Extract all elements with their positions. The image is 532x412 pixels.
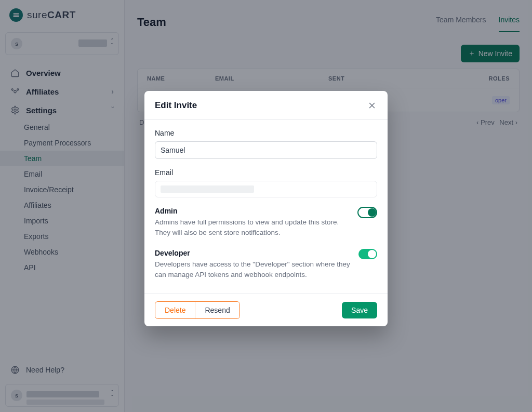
modal-overlay[interactable]: Edit Invite Name Email Admin Admins have… [0, 0, 532, 412]
edit-invite-modal: Edit Invite Name Email Admin Admins have… [144, 91, 388, 326]
name-input[interactable] [155, 141, 377, 159]
email-field: Email [155, 168, 377, 197]
modal-footer: Delete Resend Save [144, 294, 388, 326]
name-field: Name [155, 129, 377, 159]
developer-title: Developer [155, 249, 350, 257]
close-icon[interactable] [367, 100, 377, 111]
email-label: Email [155, 168, 377, 177]
save-button[interactable]: Save [342, 302, 377, 318]
admin-toggle[interactable] [357, 207, 377, 218]
developer-role-row: Developer Developers have access to the … [155, 249, 377, 281]
delete-button[interactable]: Delete [155, 302, 195, 318]
resend-button[interactable]: Resend [195, 302, 239, 318]
email-input[interactable] [155, 181, 377, 197]
developer-desc: Developers have access to the "Developer… [155, 259, 350, 281]
admin-role-row: Admin Admins have full permissions to vi… [155, 207, 377, 238]
modal-title: Edit Invite [155, 100, 197, 111]
developer-toggle[interactable] [358, 249, 377, 259]
admin-desc: Admins have full permissions to view and… [155, 217, 349, 238]
name-label: Name [155, 129, 377, 137]
delete-resend-group: Delete Resend [155, 301, 240, 319]
modal-body: Name Email Admin Admins have full permis… [144, 119, 388, 294]
email-redacted [161, 185, 254, 193]
modal-header: Edit Invite [144, 91, 388, 119]
admin-title: Admin [155, 207, 349, 215]
